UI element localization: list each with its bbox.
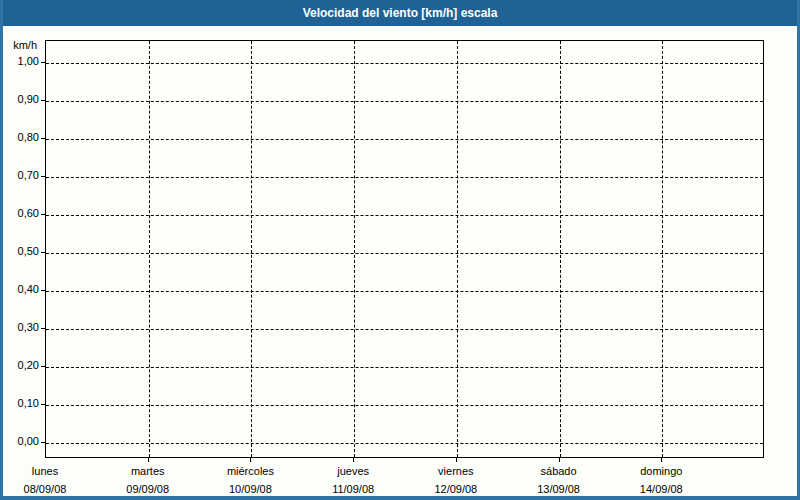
- y-axis-tick: [41, 176, 45, 177]
- x-day-label: miércoles: [195, 465, 305, 477]
- y-axis-tick: [41, 442, 45, 443]
- y-tick-label: 0,10: [3, 397, 39, 409]
- y-axis-tick: [41, 366, 45, 367]
- x-date-label: 08/09/08: [0, 483, 100, 495]
- x-date-label: 13/09/08: [504, 483, 614, 495]
- y-tick-label: 1,00: [3, 55, 39, 67]
- x-axis-tick: [456, 458, 457, 462]
- h-gridline: [46, 101, 763, 102]
- y-axis-tick: [41, 328, 45, 329]
- y-axis-tick: [41, 214, 45, 215]
- x-day-label: martes: [93, 465, 203, 477]
- h-gridline: [46, 63, 763, 64]
- x-date-label: 14/09/08: [606, 483, 716, 495]
- plot-area: [45, 40, 764, 458]
- x-axis-tick: [353, 458, 354, 462]
- h-gridline: [46, 177, 763, 178]
- h-gridline: [46, 215, 763, 216]
- h-gridline: [46, 253, 763, 254]
- y-tick-label: 0,40: [3, 283, 39, 295]
- x-day-label: jueves: [298, 465, 408, 477]
- v-gridline: [457, 41, 458, 457]
- h-gridline: [46, 329, 763, 330]
- h-gridline: [46, 291, 763, 292]
- x-day-label: domingo: [606, 465, 716, 477]
- x-axis-tick: [661, 458, 662, 462]
- y-tick-label: 0,20: [3, 359, 39, 371]
- y-axis-tick: [41, 404, 45, 405]
- h-gridline: [46, 139, 763, 140]
- x-date-label: 09/09/08: [93, 483, 203, 495]
- y-tick-label: 0,70: [3, 169, 39, 181]
- y-axis-tick: [41, 62, 45, 63]
- x-day-label: viernes: [401, 465, 511, 477]
- y-tick-label: 0,50: [3, 245, 39, 257]
- y-tick-label: 0,00: [3, 435, 39, 447]
- v-gridline: [662, 41, 663, 457]
- chart-area: km/h 1,000,900,800,700,600,500,400,300,2…: [3, 0, 797, 496]
- x-axis-tick: [559, 458, 560, 462]
- v-gridline: [251, 41, 252, 457]
- y-tick-label: 0,90: [3, 93, 39, 105]
- y-axis-unit-label: km/h: [3, 39, 37, 51]
- y-axis-tick: [41, 252, 45, 253]
- y-tick-label: 0,80: [3, 131, 39, 143]
- h-gridline: [46, 443, 763, 444]
- v-gridline: [560, 41, 561, 457]
- x-axis-tick: [250, 458, 251, 462]
- y-tick-label: 0,60: [3, 207, 39, 219]
- y-axis-tick: [41, 138, 45, 139]
- x-axis-tick: [148, 458, 149, 462]
- y-axis-tick: [41, 100, 45, 101]
- v-gridline: [149, 41, 150, 457]
- x-day-label: sábado: [504, 465, 614, 477]
- x-date-label: 11/09/08: [298, 483, 408, 495]
- h-gridline: [46, 405, 763, 406]
- h-gridline: [46, 367, 763, 368]
- app-frame: Velocidad del viento [km/h] escala km/h …: [0, 0, 800, 500]
- v-gridline: [354, 41, 355, 457]
- y-axis-tick: [41, 290, 45, 291]
- x-day-label: lunes: [0, 465, 100, 477]
- x-date-label: 12/09/08: [401, 483, 511, 495]
- x-date-label: 10/09/08: [195, 483, 305, 495]
- y-tick-label: 0,30: [3, 321, 39, 333]
